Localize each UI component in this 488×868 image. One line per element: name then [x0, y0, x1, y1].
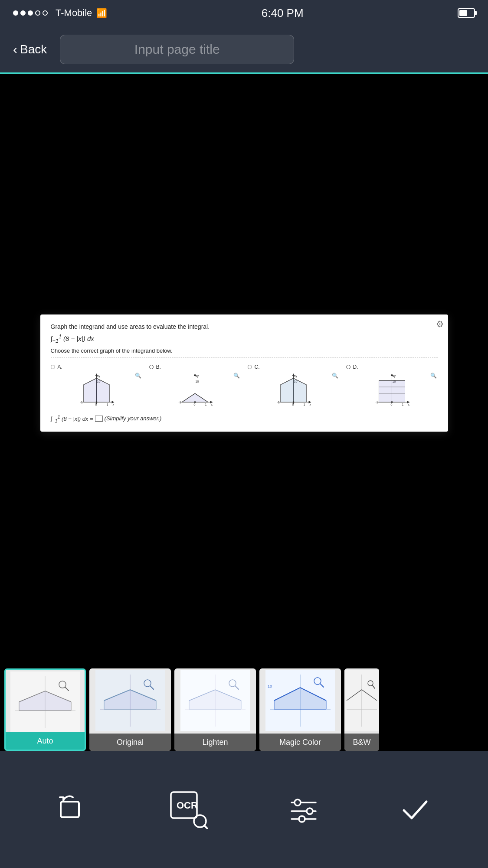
- thumb-magic-label: Magic Color: [259, 734, 341, 751]
- graph-label-c: C.: [248, 364, 260, 370]
- thumb-lighten-label: Lighten: [174, 734, 256, 751]
- carrier-label: T-Mobile: [56, 7, 92, 19]
- svg-text:-1: -1: [80, 401, 82, 404]
- thumb-original-label: Original: [89, 734, 171, 751]
- thumbnail-strip: Auto Original: [0, 660, 488, 751]
- graph-label-b: B.: [149, 364, 161, 370]
- zoom-icon-a[interactable]: 🔍: [135, 373, 141, 379]
- svg-text:10: 10: [268, 684, 272, 688]
- radio-a[interactable]: [51, 365, 55, 369]
- battery-icon: [458, 8, 475, 18]
- thumb-original-preview: [89, 668, 171, 733]
- status-right: [458, 8, 475, 18]
- svg-text:4y: 4y: [195, 374, 199, 378]
- thumbnail-original[interactable]: Original: [89, 668, 171, 751]
- radio-b[interactable]: [149, 365, 154, 369]
- back-button[interactable]: ‹ Back: [13, 42, 47, 57]
- status-bar: T-Mobile 📶 6:40 PM: [0, 0, 488, 26]
- checkmark-icon: [400, 794, 431, 825]
- signal-dots: [13, 10, 48, 16]
- svg-text:0: 0: [390, 403, 392, 406]
- status-time: 6:40 PM: [262, 7, 304, 20]
- sliders-icon: [288, 794, 319, 825]
- ocr-icon: OCR: [169, 790, 208, 829]
- answer-row: ∫−11 (8 − |x|) dx = (Simplify your answe…: [51, 414, 438, 423]
- svg-text:1: 1: [402, 403, 403, 406]
- svg-text:4y: 4y: [97, 374, 100, 378]
- thumb-bw-preview: [344, 668, 379, 733]
- zoom-icon-b[interactable]: 🔍: [233, 373, 240, 379]
- page-title-input[interactable]: [60, 35, 294, 64]
- svg-text:-1: -1: [277, 401, 279, 404]
- svg-text:x: x: [309, 403, 311, 406]
- svg-point-87: [295, 799, 301, 806]
- graph-item-d: D. 4y 10 x -1 1: [346, 364, 438, 406]
- svg-text:1: 1: [205, 403, 206, 406]
- choose-graph-text: Choose the correct graph of the integran…: [51, 347, 438, 358]
- answer-suffix: (Simplify your answer.): [105, 415, 162, 422]
- thumb-magic-preview: 10: [259, 668, 341, 733]
- confirm-button[interactable]: [400, 794, 431, 825]
- question-text: Graph the integrand and use areas to eva…: [51, 323, 438, 330]
- thumb-original-svg: [95, 670, 165, 731]
- thumbnail-bw[interactable]: B&W: [344, 668, 379, 751]
- graphs-row: A. 4y 10 x -1: [51, 364, 438, 406]
- bottom-toolbar: OCR: [0, 751, 488, 868]
- graph-b-letter: B.: [156, 364, 161, 370]
- svg-text:-1: -1: [375, 401, 378, 404]
- status-left: T-Mobile 📶: [13, 7, 107, 19]
- svg-rect-81: [61, 802, 79, 817]
- svg-rect-45: [379, 380, 405, 402]
- svg-text:0: 0: [193, 403, 195, 406]
- graph-c-letter: C.: [255, 364, 260, 370]
- sliders-button[interactable]: [288, 794, 319, 825]
- svg-text:x: x: [211, 403, 213, 406]
- svg-text:0: 0: [95, 403, 97, 406]
- svg-text:1: 1: [303, 403, 305, 406]
- svg-marker-21: [182, 393, 208, 402]
- ocr-button[interactable]: OCR: [169, 790, 208, 829]
- thumb-auto-label: Auto: [6, 732, 85, 750]
- graph-c-svg: 4y 10 x -1 1 0: [248, 372, 339, 406]
- battery-fill: [459, 10, 467, 16]
- svg-marker-33: [280, 378, 306, 402]
- answer-integral: ∫−11 (8 − |x|) dx =: [51, 414, 93, 423]
- graph-d-svg: 4y 10 x -1 1 0: [346, 372, 438, 406]
- thumbnail-lighten[interactable]: Lighten: [174, 668, 256, 751]
- answer-box[interactable]: [95, 416, 103, 422]
- undo-icon: [57, 794, 88, 825]
- thumb-auto-svg: [10, 671, 80, 732]
- thumb-auto-preview: [6, 670, 85, 734]
- graph-a-svg: 4y 10 x -1 1 0: [51, 372, 142, 406]
- svg-text:0: 0: [292, 403, 294, 406]
- thumb-bw-svg: [344, 670, 379, 731]
- svg-text:-1: -1: [178, 401, 181, 404]
- thumbnail-magic-color[interactable]: 10 Magic Color: [259, 668, 341, 751]
- settings-icon[interactable]: ⚙: [436, 319, 444, 329]
- undo-button[interactable]: [57, 794, 88, 825]
- zoom-icon-c[interactable]: 🔍: [332, 373, 338, 379]
- graph-b-wrapper: 4y 10 x -1 1 0 🔍: [149, 372, 241, 406]
- graph-d-wrapper: 4y 10 x -1 1 0 🔍: [346, 372, 438, 406]
- zoom-icon-d[interactable]: 🔍: [430, 373, 437, 379]
- thumb-lighten-svg: [180, 670, 250, 731]
- signal-dot-4: [35, 10, 40, 16]
- graph-item-a: A. 4y 10 x -1: [51, 364, 142, 406]
- thumbnail-auto[interactable]: Auto: [4, 668, 86, 751]
- signal-dot-5: [43, 10, 48, 16]
- graph-d-letter: D.: [353, 364, 358, 370]
- radio-c[interactable]: [248, 365, 252, 369]
- graph-item-c: C. 4y 10 x -1 1: [248, 364, 339, 406]
- graph-a-letter: A.: [58, 364, 62, 370]
- svg-text:OCR: OCR: [177, 800, 198, 811]
- thumb-lighten-preview: [174, 668, 256, 733]
- graph-item-b: B. 4y 10 x -1 1: [149, 364, 241, 406]
- svg-point-91: [299, 816, 305, 822]
- svg-text:4y: 4y: [392, 374, 396, 378]
- svg-text:10: 10: [195, 380, 199, 383]
- signal-dot-3: [28, 10, 33, 16]
- radio-d[interactable]: [346, 365, 350, 369]
- thumb-bw-label: B&W: [344, 734, 379, 751]
- graph-label-a: A.: [51, 364, 62, 370]
- chevron-left-icon: ‹: [13, 42, 17, 57]
